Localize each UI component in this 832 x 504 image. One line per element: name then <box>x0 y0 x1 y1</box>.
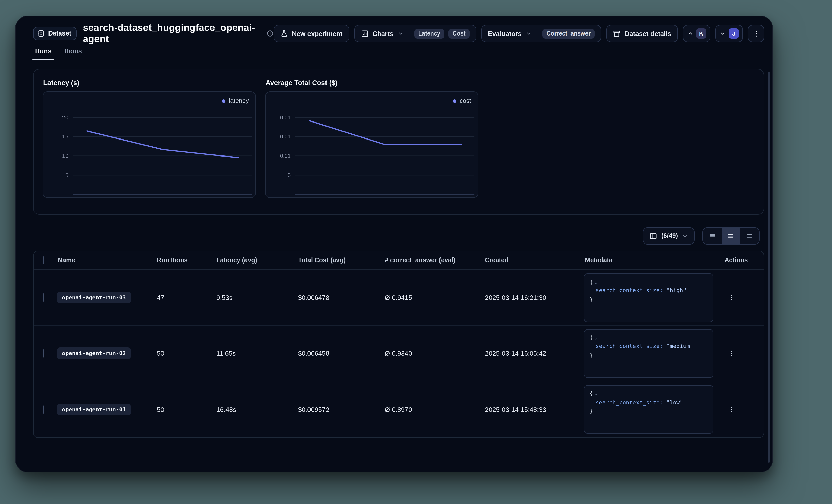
header-latency: Latency (avg) <box>215 257 297 264</box>
header-run-items: Run Items <box>156 257 215 264</box>
chevron-down-icon <box>682 233 688 239</box>
stage: Dataset search-dataset_huggingface_opena… <box>0 0 832 504</box>
json-open-brace: { <box>590 334 593 341</box>
cost-legend-label: cost <box>460 97 471 105</box>
json-close-brace: } <box>590 352 593 358</box>
vertical-scrollbar[interactable] <box>768 72 770 463</box>
column-selector-button[interactable]: (6/49) <box>643 227 695 245</box>
chevron-down-icon <box>397 30 404 36</box>
more-options-button[interactable] <box>748 25 764 42</box>
header-created: Created <box>484 257 584 264</box>
json-close-brace: } <box>590 296 593 303</box>
json-value: "medium" <box>666 343 693 349</box>
dataset-details-button[interactable]: Dataset details <box>606 25 678 42</box>
metadata-json[interactable]: {⌄ search_context_size: "medium" } <box>584 329 713 378</box>
tab-runs[interactable]: Runs <box>35 47 52 60</box>
database-icon <box>37 30 45 37</box>
charts-label: Charts <box>372 30 393 37</box>
legend-dot-icon <box>453 99 457 103</box>
row-actions-kebab-icon[interactable] <box>724 290 739 305</box>
run-name-chip[interactable]: openai-agent-run-02 <box>57 347 131 359</box>
rows-medium-icon <box>727 232 735 240</box>
tab-items[interactable]: Items <box>65 47 82 60</box>
top-bar-left: Dataset search-dataset_huggingface_opena… <box>33 22 274 45</box>
select-all-checkbox[interactable] <box>43 256 44 264</box>
charts-badge-latency[interactable]: Latency <box>414 29 445 38</box>
row-actions-kebab-icon[interactable] <box>724 346 739 361</box>
dataset-badge-label: Dataset <box>48 30 71 37</box>
created-value: 2025-03-14 16:21:30 <box>484 294 584 301</box>
json-close-brace: } <box>590 408 593 415</box>
archive-icon <box>613 30 621 37</box>
app-window: Dataset search-dataset_huggingface_opena… <box>15 16 773 472</box>
total-cost-value: $0.006478 <box>297 294 384 301</box>
correct-answer-value: Ø 0.9415 <box>384 294 484 301</box>
run-items-value: 50 <box>156 405 215 413</box>
rows-tall-icon <box>746 232 754 240</box>
row-actions-kebab-icon[interactable] <box>724 402 739 417</box>
latency-legend: latency <box>222 97 249 105</box>
cost-chart: 0.010.010.010 cost <box>265 91 478 198</box>
row-checkbox[interactable] <box>43 293 44 302</box>
new-experiment-button[interactable]: New experiment <box>274 25 349 42</box>
cost-chart-card: Average Total Cost ($) 0.010.010.010 cos… <box>265 79 478 205</box>
json-value: "high" <box>666 287 686 294</box>
next-dataset-button[interactable]: J <box>716 25 743 42</box>
table-header-row: Name Run Items Latency (avg) Total Cost … <box>33 251 764 270</box>
table-toolbar: (6/49) <box>33 227 764 245</box>
flask-icon <box>280 30 288 37</box>
json-key: search_context_size: <box>596 343 663 349</box>
collapse-icon[interactable]: ⌄ <box>594 279 597 284</box>
page-title: search-dataset_huggingface_openai-agent <box>83 22 260 45</box>
header-metadata: Metadata <box>584 257 718 264</box>
evaluators-badge-correct-answer[interactable]: Correct_answer <box>543 29 595 38</box>
json-open-brace: { <box>590 390 593 397</box>
legend-dot-icon <box>222 99 226 103</box>
evaluators-button[interactable]: Evaluators Correct_answer <box>482 25 601 42</box>
rows-compact-icon <box>708 232 716 240</box>
header-correct-answer: # correct_answer (eval) <box>384 257 484 264</box>
correct-answer-value: Ø 0.8970 <box>384 405 484 413</box>
collapse-icon[interactable]: ⌄ <box>594 335 597 340</box>
latency-chart: 2015105 latency <box>43 91 256 198</box>
new-experiment-label: New experiment <box>292 30 342 37</box>
key-hint-k: K <box>696 28 706 38</box>
row-checkbox[interactable] <box>43 349 44 358</box>
collapse-icon[interactable]: ⌄ <box>594 391 597 396</box>
json-open-brace: { <box>590 278 593 285</box>
run-items-value: 47 <box>156 294 215 301</box>
header-actions: Actions <box>718 257 764 264</box>
svg-text:0.01: 0.01 <box>280 133 291 140</box>
dataset-details-label: Dataset details <box>625 30 671 37</box>
table-row[interactable]: openai-agent-run-03 47 9.53s $0.006478 Ø… <box>33 270 764 326</box>
latency-value: 16.48s <box>215 405 297 413</box>
key-hint-j: J <box>729 28 739 38</box>
charts-badge-cost[interactable]: Cost <box>449 29 470 38</box>
row-height-toggle <box>702 227 760 245</box>
total-cost-value: $0.006458 <box>297 349 384 357</box>
info-icon[interactable] <box>267 30 274 37</box>
charts-button[interactable]: Charts Latency Cost <box>354 25 476 42</box>
json-key: search_context_size: <box>596 399 663 405</box>
column-selector-count: (6/49) <box>661 232 678 240</box>
top-bar-actions: New experiment Charts Latency Cost Evalu… <box>274 25 764 42</box>
row-height-medium-button[interactable] <box>722 228 740 244</box>
run-name-chip[interactable]: openai-agent-run-01 <box>57 403 131 415</box>
row-height-compact-button[interactable] <box>703 228 722 244</box>
row-height-tall-button[interactable] <box>740 228 759 244</box>
json-key: search_context_size: <box>596 287 663 294</box>
run-name-chip[interactable]: openai-agent-run-03 <box>57 292 131 303</box>
latency-value: 9.53s <box>215 294 297 301</box>
prev-dataset-button[interactable]: K <box>683 25 710 42</box>
row-checkbox[interactable] <box>43 405 44 414</box>
runs-table: Name Run Items Latency (avg) Total Cost … <box>33 251 764 438</box>
header-name: Name <box>57 257 156 264</box>
svg-text:0.01: 0.01 <box>280 114 291 121</box>
svg-text:0.01: 0.01 <box>280 153 291 159</box>
table-row[interactable]: openai-agent-run-02 50 11.65s $0.006458 … <box>33 326 764 382</box>
metadata-json[interactable]: {⌄ search_context_size: "low" } <box>584 385 713 434</box>
correct-answer-value: Ø 0.9340 <box>384 349 484 357</box>
table-row[interactable]: openai-agent-run-01 50 16.48s $0.009572 … <box>33 382 764 437</box>
metadata-json[interactable]: {⌄ search_context_size: "high" } <box>584 273 713 322</box>
run-items-value: 50 <box>156 349 215 357</box>
